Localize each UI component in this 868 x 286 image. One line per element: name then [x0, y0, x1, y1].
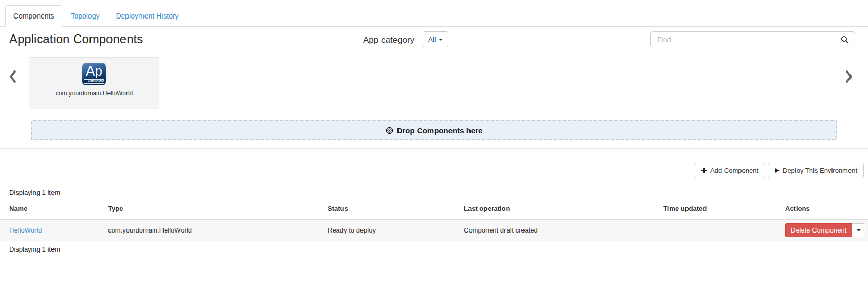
- caret-down-icon: [857, 229, 861, 231]
- tab-bar: Components Topology Deployment History: [0, 5, 868, 27]
- column-header-type: Type: [104, 202, 323, 219]
- find-search: [650, 31, 855, 47]
- component-card-label: com.yourdomain.HelloWorld: [29, 90, 159, 97]
- caret-down-icon: [439, 39, 443, 41]
- delete-component-button[interactable]: Delete Component: [785, 223, 852, 237]
- carousel-prev-button[interactable]: [9, 70, 16, 85]
- item-count-top: Displaying 1 item: [9, 189, 60, 196]
- column-header-last-operation: Last operation: [460, 202, 659, 219]
- drop-zone-label: Drop Components here: [397, 126, 483, 135]
- tab-components[interactable]: Components: [5, 5, 62, 27]
- delete-dropdown-toggle[interactable]: [852, 223, 865, 237]
- table-header-row: Name Type Status Last operation Time upd…: [0, 202, 868, 219]
- cell-last-operation: Component draft created: [460, 219, 659, 241]
- components-table: Name Type Status Last operation Time upd…: [0, 202, 868, 241]
- search-input[interactable]: [651, 32, 855, 47]
- toolbar: Add Component Deploy This Environment: [695, 163, 864, 178]
- component-card[interactable]: Ap APPLICATION com.yourdomain.HelloWorld: [29, 57, 159, 109]
- section-divider: [0, 148, 868, 149]
- component-link[interactable]: HelloWorld: [9, 226, 42, 234]
- cell-time-updated: [659, 219, 781, 241]
- cell-status: Ready to deploy: [323, 219, 460, 241]
- deploy-environment-button[interactable]: Deploy This Environment: [768, 163, 864, 178]
- add-component-label: Add Component: [710, 167, 758, 174]
- column-header-name: Name: [0, 202, 104, 219]
- tab-deployment-history[interactable]: Deployment History: [107, 5, 187, 27]
- item-count-bottom: Displaying 1 item: [9, 245, 60, 253]
- column-header-actions: Actions: [781, 202, 868, 219]
- chevron-right-icon: [845, 70, 853, 83]
- play-icon: [774, 168, 780, 173]
- target-icon: [386, 127, 393, 134]
- deploy-environment-label: Deploy This Environment: [783, 167, 857, 174]
- application-icon-band: APPLICATION: [84, 79, 104, 84]
- app-category-label: App category: [363, 35, 414, 45]
- plus-icon: [701, 168, 707, 173]
- tab-topology[interactable]: Topology: [62, 5, 107, 27]
- search-icon[interactable]: [841, 35, 849, 44]
- application-icon-text: Ap: [82, 63, 106, 79]
- app-category-value: All: [428, 35, 436, 43]
- table-row: HelloWorld com.yourdomain.HelloWorld Rea…: [0, 219, 868, 241]
- page-title: Application Components: [9, 32, 143, 46]
- application-icon-caption: APPLICATION: [88, 80, 100, 82]
- drop-zone[interactable]: Drop Components here: [31, 120, 837, 140]
- application-icon: Ap APPLICATION: [82, 63, 106, 85]
- delete-split-button: Delete Component: [785, 223, 865, 237]
- column-header-status: Status: [323, 202, 460, 219]
- chevron-left-icon: [9, 70, 16, 83]
- cell-actions: Delete Component: [781, 219, 868, 241]
- add-component-button[interactable]: Add Component: [695, 163, 765, 178]
- carousel-next-button[interactable]: [845, 70, 853, 85]
- app-category-dropdown[interactable]: All: [423, 31, 448, 47]
- column-header-time-updated: Time updated: [659, 202, 781, 219]
- cell-name: HelloWorld: [0, 219, 104, 241]
- cell-type: com.yourdomain.HelloWorld: [104, 219, 323, 241]
